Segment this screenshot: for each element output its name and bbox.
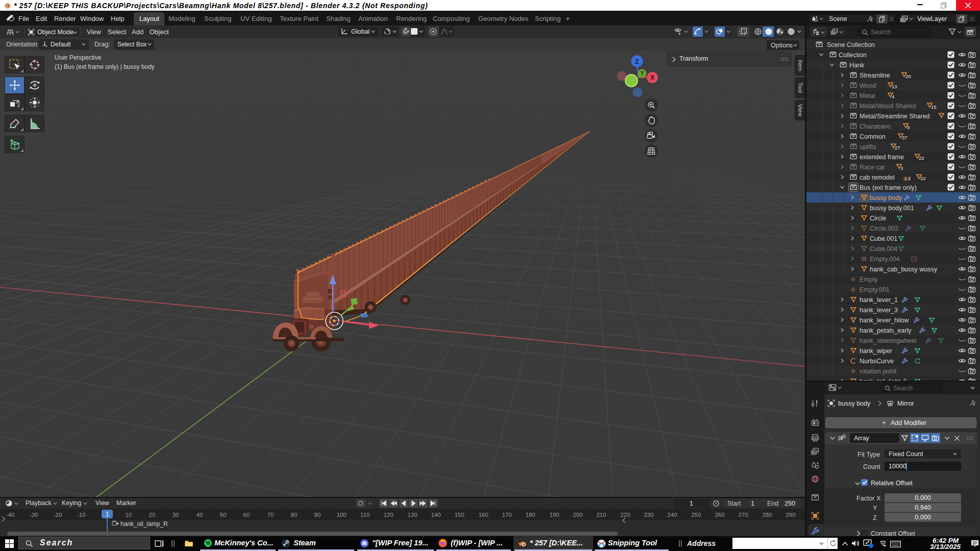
svg-text:X: X	[650, 74, 654, 81]
svg-text:Z: Z	[635, 58, 639, 65]
svg-text:Y: Y	[641, 70, 644, 76]
